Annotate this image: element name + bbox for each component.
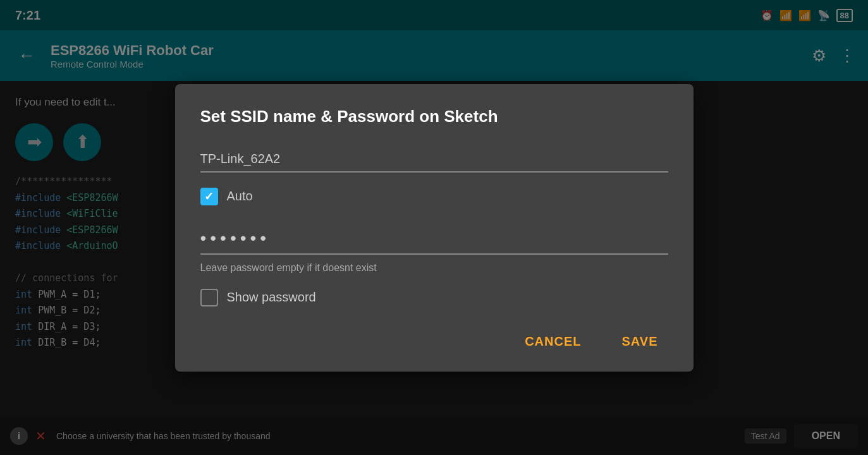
auto-label: Auto [227,189,253,203]
modal-actions: CANCEL SAVE [200,329,668,354]
cancel-button[interactable]: CANCEL [515,329,591,354]
checkmark-icon: ✓ [204,190,214,203]
password-hint: Leave password empty if it doesnt exist [200,262,668,274]
show-password-row: Show password [200,289,668,306]
ssid-field-group [200,147,668,173]
modal-overlay: Set SSID name & Password on Sketch ✓ Aut… [0,0,868,455]
password-display: ••••••• [200,223,668,255]
show-password-label: Show password [227,290,316,305]
ssid-input[interactable] [200,147,668,173]
show-password-checkbox[interactable] [200,289,218,306]
modal-title: Set SSID name & Password on Sketch [200,107,668,126]
save-button[interactable]: SAVE [612,329,668,354]
modal-dialog: Set SSID name & Password on Sketch ✓ Aut… [175,84,694,372]
auto-checkbox[interactable]: ✓ [200,188,218,205]
auto-checkbox-row: ✓ Auto [200,188,668,205]
password-field-group: ••••••• Leave password empty if it doesn… [200,223,668,274]
